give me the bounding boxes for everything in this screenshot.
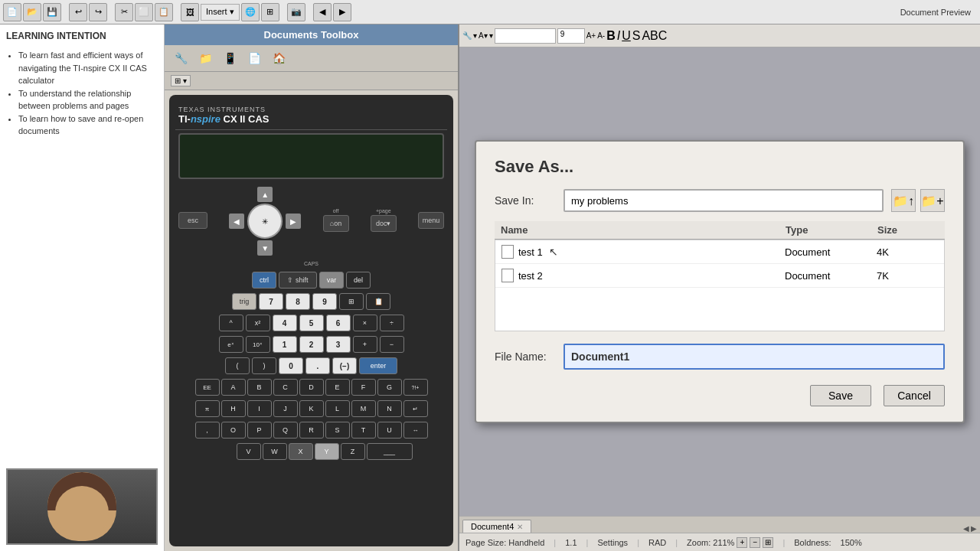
- O-btn[interactable]: O: [221, 422, 246, 439]
- N-btn[interactable]: N: [377, 400, 402, 417]
- J-btn[interactable]: J: [273, 400, 298, 417]
- div-btn[interactable]: ÷: [380, 315, 404, 331]
- nav-left-btn[interactable]: ◀: [313, 3, 332, 21]
- nav-right-btn[interactable]: ▶: [333, 3, 351, 21]
- num5-btn[interactable]: 5: [299, 315, 324, 331]
- docs-dropdown-btn[interactable]: ⊞ ▾: [171, 75, 191, 86]
- cut-btn[interactable]: ✂: [115, 3, 133, 21]
- globe-btn[interactable]: 🌐: [241, 3, 260, 21]
- save-btn[interactable]: 💾: [43, 3, 61, 21]
- strikethrough-btn[interactable]: S: [632, 29, 641, 43]
- del-btn[interactable]: del: [346, 272, 371, 289]
- num8-btn[interactable]: 8: [286, 293, 310, 310]
- esc-btn[interactable]: esc: [178, 212, 207, 229]
- plus-btn[interactable]: +: [353, 336, 377, 353]
- var-btn[interactable]: var: [319, 272, 344, 289]
- right-toolbar-btn1[interactable]: 🔧: [462, 31, 472, 40]
- file-row-1[interactable]: test 1 ↖ Document 4K: [495, 240, 944, 264]
- dot-btn[interactable]: .: [305, 357, 330, 374]
- return-btn[interactable]: ↵: [403, 400, 428, 417]
- italic-btn[interactable]: I: [617, 29, 620, 43]
- save-dialog-btn[interactable]: Save: [810, 385, 871, 406]
- folder-icon[interactable]: 📁: [195, 48, 215, 68]
- open-btn[interactable]: 📂: [23, 3, 41, 21]
- ctrl-btn[interactable]: ctrl: [252, 272, 276, 289]
- rparen-btn[interactable]: ): [252, 357, 276, 374]
- EE-btn[interactable]: EE: [195, 379, 220, 396]
- zoom-fit-btn[interactable]: ⊞: [763, 537, 773, 548]
- right-toolbar-btn2[interactable]: ▾: [473, 31, 477, 40]
- P-btn[interactable]: P: [247, 422, 272, 439]
- cancel-dialog-btn[interactable]: Cancel: [884, 385, 945, 406]
- R-btn[interactable]: R: [299, 422, 324, 439]
- right-arrow[interactable]: ▶: [286, 214, 301, 229]
- folder-up-btn[interactable]: 📁↑: [891, 189, 916, 212]
- W-btn[interactable]: W: [263, 443, 287, 460]
- comma-btn[interactable]: ,: [195, 422, 220, 439]
- screenshot-btn[interactable]: 🖼: [181, 3, 199, 21]
- neg-btn[interactable]: (−): [332, 357, 357, 374]
- active-tab[interactable]: Document4 ✕: [462, 520, 531, 533]
- font-larger-btn[interactable]: A+: [586, 31, 596, 40]
- lparen-btn[interactable]: (: [225, 357, 250, 374]
- strikethrough2-btn[interactable]: ABC: [642, 29, 667, 43]
- settings-link[interactable]: Settings: [597, 538, 628, 547]
- new-btn[interactable]: 📄: [3, 3, 21, 21]
- C-btn[interactable]: C: [273, 379, 298, 396]
- save-in-input[interactable]: [564, 189, 884, 212]
- num4-btn[interactable]: 4: [273, 315, 297, 331]
- bold-btn[interactable]: B: [606, 29, 616, 43]
- enter-btn[interactable]: enter: [359, 357, 397, 374]
- down-arrow[interactable]: ▼: [257, 240, 273, 256]
- X-btn[interactable]: X: [289, 443, 313, 460]
- H-btn[interactable]: H: [221, 400, 246, 417]
- Z-btn[interactable]: Z: [341, 443, 365, 460]
- file-row-2[interactable]: test 2 Document 7K: [495, 264, 944, 288]
- A-btn[interactable]: A: [221, 379, 246, 396]
- G-btn[interactable]: G: [377, 379, 402, 396]
- mul-btn[interactable]: ×: [353, 315, 377, 331]
- copy-btn[interactable]: ⬜: [135, 3, 153, 21]
- punct1-btn[interactable]: ?!+: [403, 379, 428, 396]
- page-icon[interactable]: 📄: [244, 48, 264, 68]
- num1-btn[interactable]: 1: [273, 336, 297, 353]
- on-btn[interactable]: ⌂on: [323, 215, 349, 232]
- right-toolbar-btn4[interactable]: ▾: [489, 31, 493, 40]
- F-btn[interactable]: F: [351, 379, 376, 396]
- Y-btn[interactable]: Y: [315, 443, 339, 460]
- shift-btn[interactable]: ⇧ shift: [279, 272, 317, 289]
- E-btn[interactable]: E: [325, 379, 350, 396]
- B-btn[interactable]: B: [247, 379, 272, 396]
- font-smaller-btn[interactable]: A-: [597, 31, 605, 40]
- x2-btn[interactable]: x²: [246, 315, 270, 331]
- camera-btn[interactable]: 📷: [287, 3, 305, 21]
- power-btn[interactable]: ^: [219, 315, 243, 331]
- num2-btn[interactable]: 2: [299, 336, 324, 353]
- K-btn[interactable]: K: [299, 400, 324, 417]
- layout-btn[interactable]: ⊞: [261, 3, 279, 21]
- tenx-btn[interactable]: 10ˣ: [246, 336, 270, 353]
- tab-prev-btn[interactable]: ◀: [963, 524, 969, 533]
- num7-btn[interactable]: 7: [259, 293, 283, 310]
- paste-btn[interactable]: 📋: [155, 3, 173, 21]
- redo-btn[interactable]: ↪: [89, 3, 107, 21]
- D-btn[interactable]: D: [299, 379, 324, 396]
- close-tab-btn[interactable]: ✕: [517, 523, 523, 531]
- undo-btn[interactable]: ↩: [69, 3, 87, 21]
- click-btn[interactable]: ✳: [247, 204, 283, 239]
- insert-btn[interactable]: Insert ▾: [201, 4, 240, 21]
- extra-btn-row3a[interactable]: ⊞: [339, 293, 364, 310]
- doc-btn[interactable]: doc▾: [371, 215, 397, 232]
- tab-next-btn[interactable]: ▶: [971, 524, 977, 533]
- device-icon[interactable]: 📱: [220, 48, 240, 68]
- V-btn[interactable]: V: [237, 443, 261, 460]
- menu-btn[interactable]: menu: [418, 212, 444, 229]
- zoom-in-btn[interactable]: +: [737, 537, 747, 548]
- num9-btn[interactable]: 9: [312, 293, 337, 310]
- minus-btn[interactable]: −: [380, 336, 404, 353]
- num6-btn[interactable]: 6: [326, 315, 351, 331]
- underline-btn[interactable]: U: [622, 29, 631, 43]
- up-arrow[interactable]: ▲: [257, 187, 273, 202]
- home-icon[interactable]: 🏠: [269, 48, 289, 68]
- filename-input[interactable]: [564, 344, 945, 370]
